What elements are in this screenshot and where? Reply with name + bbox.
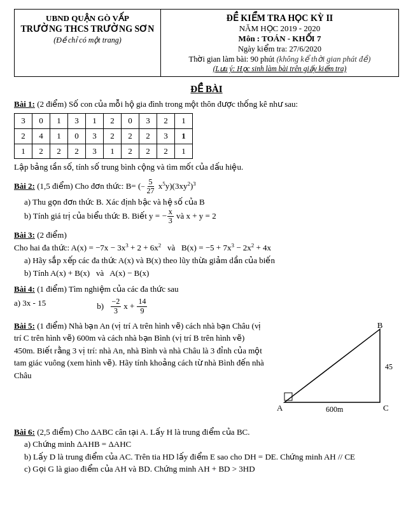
bai1-task: Lập bảng tần số, tính số trung bình cộng… [14,161,399,174]
bai5-label: Bài 5: [14,321,35,331]
exam-year: NĂM HỌC 2019 - 2020 [166,24,393,34]
bai3-sub-a: a) Hãy sắp xếp các đa thức A(x) và B(x) … [24,254,399,267]
header-right: ĐỀ KIỂM TRA HỌC KỲ II NĂM HỌC 2019 - 202… [161,10,398,76]
table-row: 3013120321 [15,113,193,128]
bai5-text: Bài 5: (1 điểm) Nhà bạn An (vị trí A trê… [14,320,265,382]
bai4-items: a) 3x - 15 b) −23x +149 [14,297,399,315]
side-AC-label: 600m [326,405,344,414]
exam-date: Ngày kiểm tra: 27/6/2020 [166,44,393,54]
bai3: Bài 3: (2 điểm) Cho hai đa thức: A(x) = … [14,229,399,279]
page: UBND QUẬN GÒ VẤP TRƯỜNG THCS TRƯỜNG SƠN … [0,0,413,532]
table-row: 1222312221 [15,144,193,159]
remind-note: (Lưu ý: Học sinh làm bài trên giấy kiểm … [166,64,393,73]
bai4-label: Bài 4: [14,284,35,294]
header-left: UBND QUẬN GÒ VẤP TRƯỜNG THCS TRƯỜNG SƠN … [15,10,161,76]
bai2: Bài 2: (1,5 điểm) Cho đơn thức: B= (−527… [14,178,399,225]
bai4-a: a) 3x - 15 [14,297,46,315]
exam-title: ĐỀ KIỂM TRA HỌC KỲ II [166,13,393,24]
table-row: 2410322231 [15,128,193,144]
de-bai-title: ĐỀ BÀI [14,83,399,95]
bai2-points: (1,5 điểm) [37,181,75,191]
no-count-note: (không kể thời gian phát đề) [276,55,370,64]
bai6-sub-c: c) Gọi G là giao điểm của AH và BD. Chứn… [24,463,399,475]
bai3-sub-b: b) Tính A(x) + B(x) và A(x) − B(x) [24,267,399,280]
triangle-svg: B A C 450m 600m [272,320,393,418]
bai4: Bài 4: (1 điểm) Tìm nghiệm của các đa th… [14,283,399,315]
label-A: A [277,403,283,413]
bai5-points: (1 điểm) [37,321,69,331]
exam-time: Thời gian làm bài: 90 phút (không kể thờ… [166,54,393,64]
bai3-desc: Cho hai đa thức: A(x) = −7x − 3x3 + 2 + … [14,242,399,254]
bai6: Bài 6: (2,5 điểm) Cho ΔABC cân tại A. Lấ… [14,426,399,475]
bai6-label: Bài 6: [14,427,35,437]
bai2-label: Bài 2: [14,181,35,191]
bai2-formula: (−527 x5y)(3xy2)3 [138,181,196,191]
bai1-label: Bài 1: [14,99,35,109]
bai1-points: (2 điểm) [37,99,67,109]
bai1: Bài 1: (2 điểm) Số con của mỗi hộ gia đì… [14,99,399,174]
bai1-table: 3013120321 2410322231 1222312221 [14,113,193,160]
bai5-wrapper: Bài 5: (1 điểm) Nhà bạn An (vị trí A trê… [14,320,399,422]
label-B: B [377,320,383,330]
bai6-sub-b: b) Lấy D là trung điểm của AC. Trên tia … [24,451,399,463]
district-label: UBND QUẬN GÒ VẤP [20,13,155,24]
label-C: C [383,403,389,413]
bai5: Bài 5: (1 điểm) Nhà bạn An (vị trí A trê… [14,320,399,422]
bai6-points: (2,5 điểm) [37,427,75,437]
header: UBND QUẬN GÒ VẤP TRƯỜNG THCS TRƯỜNG SƠN … [14,9,399,77]
bai4-points: (1 điểm) [37,284,69,294]
bai6-desc: Cho ΔABC cân tại A. Lấy H là trung điểm … [75,427,250,437]
bai6-sub-a: a) Chứng minh ΔAHB = ΔAHC [24,438,399,451]
school-name: TRƯỜNG THCS TRƯỜNG SƠN [20,24,155,34]
triangle-diagram: B A C 450m 600m [272,320,399,422]
bai2-sub-a: a) Thu gọn đơn thức B. Xác định bậc và h… [24,196,399,208]
bai2-sub-b: b) Tính giá trị của biểu thức B. Biết y … [24,208,399,225]
bai1-table-wrapper: 3013120321 2410322231 1222312221 [14,113,399,160]
bai4-b: b) −23x +149 [97,297,148,315]
bai3-points: (2 điểm) [37,230,67,240]
subject: Môn : TOÁN - KHỐI 7 [166,34,393,44]
bai1-desc: Số con của mỗi hộ gia đình trong một thô… [69,99,298,109]
side-BC-label: 450m [385,362,393,371]
svg-marker-0 [284,329,380,402]
bai2-desc: Cho đơn thức: B= [75,181,138,191]
bai4-desc: Tìm nghiệm của các đa thức sau [69,284,179,294]
header-note: (Đề chỉ có một trang) [20,36,155,45]
bai3-label: Bài 3: [14,230,35,240]
